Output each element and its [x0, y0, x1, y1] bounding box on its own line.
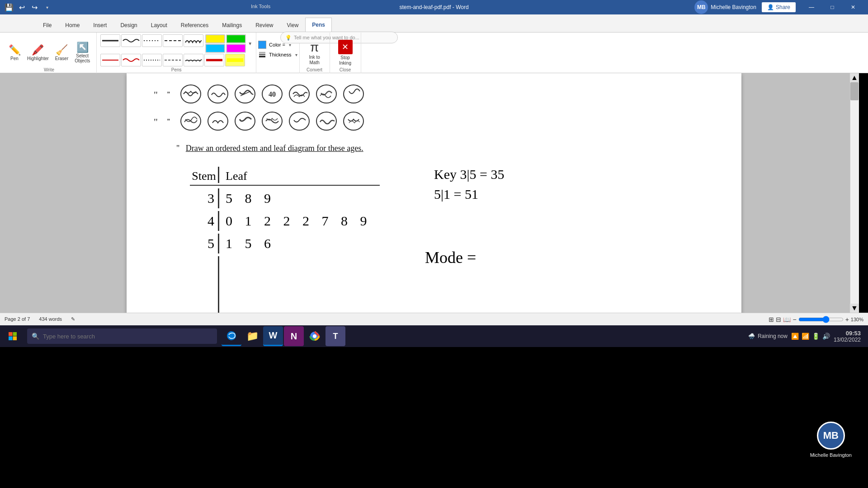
svg-rect-32	[13, 332, 17, 336]
tab-review[interactable]: Review	[249, 18, 280, 32]
convert-group-label: Convert	[300, 67, 330, 72]
document-content: " " 40	[127, 73, 741, 313]
highlighter-button[interactable]: 🖍️ Highlighter	[24, 43, 52, 63]
tab-file[interactable]: File	[36, 18, 58, 32]
main-content-area: Stem Leaf 3 5 8 9	[154, 167, 714, 313]
ink-to-math-button[interactable]: π Ink toMath	[303, 38, 326, 68]
volume-icon[interactable]: 🔊	[822, 333, 830, 340]
quote-mark-1: "	[154, 89, 163, 101]
taskbar-app-explorer[interactable]: 📁	[242, 326, 262, 346]
pen-style2-dotted[interactable]	[142, 54, 162, 66]
share-button[interactable]: 👤 Share	[762, 2, 796, 12]
stop-inking-icon: ✕	[338, 40, 353, 54]
pen-style2-wave[interactable]	[121, 54, 141, 66]
maximize-button[interactable]: □	[822, 0, 843, 14]
scroll-pens[interactable]: ▼	[248, 34, 252, 53]
pen-style2-highlight[interactable]	[225, 54, 245, 66]
tab-layout[interactable]: Layout	[144, 18, 174, 32]
tray-expand-icon[interactable]: 🔼	[791, 333, 799, 340]
quote-row-1: " " 40	[154, 82, 714, 108]
view-web-icon[interactable]: ⊟	[776, 316, 781, 323]
mode-label: Mode =	[425, 249, 476, 267]
view-layout-icon[interactable]: ⊞	[769, 316, 774, 323]
pen-button[interactable]: ✏️ Pen	[5, 43, 24, 63]
quote-row-2: " "	[154, 109, 714, 135]
pen-style2-thick[interactable]	[204, 54, 224, 66]
redo-icon[interactable]: ↪	[29, 2, 40, 13]
user-profile-header[interactable]: MB Michelle Bavington	[694, 0, 756, 14]
taskbar-app-onenote[interactable]: N	[284, 326, 304, 346]
network-icon[interactable]: 📶	[802, 333, 809, 340]
start-button[interactable]	[0, 325, 25, 347]
pen-color-yellow[interactable]	[205, 34, 225, 43]
zoom-slider[interactable]	[798, 316, 844, 323]
pen-color-cyan[interactable]	[205, 44, 225, 53]
pen-style-wave-black[interactable]	[121, 34, 141, 47]
customize-icon[interactable]: ▾	[42, 2, 52, 13]
undo-icon[interactable]: ↩	[16, 2, 27, 13]
convert-group: π Ink toMath Convert	[300, 33, 330, 73]
tab-view[interactable]: View	[280, 18, 306, 32]
user-avatar-large[interactable]: MB	[817, 422, 845, 450]
quote-mark-instruction: "	[176, 144, 179, 153]
scroll-down-button[interactable]: ▼	[850, 304, 859, 313]
thickness-dropdown-icon: ▾	[295, 52, 297, 57]
taskbar-app-chrome[interactable]	[305, 326, 325, 346]
weather-widget[interactable]: 🌧️ Raining now	[748, 333, 788, 339]
quote-mark-2: "	[154, 116, 163, 128]
system-tray: 🔼 📶 🔋 🔊	[791, 333, 830, 340]
save-icon[interactable]: 💾	[4, 2, 14, 13]
pen-style-solid-black[interactable]	[100, 34, 120, 47]
pen-style2-solid[interactable]	[100, 54, 120, 66]
pen-color-green[interactable]	[226, 34, 246, 43]
statusbar: Page 2 of 7 434 words ✎ ⊞ ⊟ 📖 − + 130%	[0, 313, 868, 325]
pen-color-magenta[interactable]	[226, 44, 246, 53]
battery-icon[interactable]: 🔋	[812, 333, 820, 340]
view-read-icon[interactable]: 📖	[783, 316, 791, 323]
pen-style2-dashed[interactable]	[163, 54, 183, 66]
svg-point-22	[316, 85, 336, 103]
circle-1	[179, 82, 203, 108]
document-area: " " 40	[0, 73, 859, 313]
color-label: Color =	[269, 42, 285, 47]
clock[interactable]: 09:53 13/02/2022	[834, 330, 861, 343]
taskbar-app-edge[interactable]	[222, 326, 241, 346]
taskbar-app-word[interactable]: W	[263, 326, 283, 346]
write-group-label: Write	[2, 67, 96, 72]
circle-2	[206, 82, 230, 108]
tab-design[interactable]: Design	[113, 18, 144, 32]
search-bar[interactable]: 🔍	[27, 328, 217, 344]
tab-references[interactable]: References	[174, 18, 215, 32]
search-input[interactable]	[43, 333, 212, 340]
edit-icon[interactable]: ✎	[71, 316, 75, 322]
tab-home[interactable]: Home	[58, 18, 86, 32]
circle-b4	[260, 109, 284, 135]
minimize-button[interactable]: —	[801, 0, 822, 14]
close-button[interactable]: ✕	[843, 0, 863, 14]
svg-point-37	[313, 334, 316, 338]
tab-mailings[interactable]: Mailings	[215, 18, 249, 32]
thickness-button[interactable]: Thickness ▾	[258, 51, 297, 59]
pen-style-dashed-black[interactable]	[163, 34, 183, 47]
zoom-in-button[interactable]: +	[845, 316, 849, 323]
scroll-up-button[interactable]: ▲	[850, 73, 859, 82]
pen-style2-squiggle[interactable]	[184, 54, 203, 66]
taskbar-app-teams[interactable]: T	[326, 326, 345, 346]
pen-style-squiggle-black[interactable]	[184, 34, 203, 47]
sl-header-leaf: Leaf	[219, 169, 247, 183]
tab-pens[interactable]: Pens	[305, 18, 332, 32]
ink-tools-label: Ink Tools	[251, 4, 270, 9]
select-objects-button[interactable]: ↖️ SelectObjects	[72, 41, 93, 65]
color-pens-2	[226, 34, 246, 53]
user-name-floating: Michelle Bavington	[807, 451, 854, 459]
zoom-out-button[interactable]: −	[793, 316, 796, 323]
scrollbar-thumb[interactable]	[850, 82, 859, 100]
stop-inking-button[interactable]: ✕ StopInking	[334, 37, 357, 69]
scrollbar-right[interactable]: ▲ ▼	[850, 73, 859, 313]
pen-style-dotted-black[interactable]	[142, 34, 162, 47]
stem-leaf-table: Stem Leaf 3 5 8 9	[190, 167, 380, 313]
tab-insert[interactable]: Insert	[86, 18, 113, 32]
color-pens	[205, 34, 225, 53]
eraser-button[interactable]: 🧹 Eraser	[52, 43, 71, 63]
weather-icon: 🌧️	[748, 333, 755, 339]
